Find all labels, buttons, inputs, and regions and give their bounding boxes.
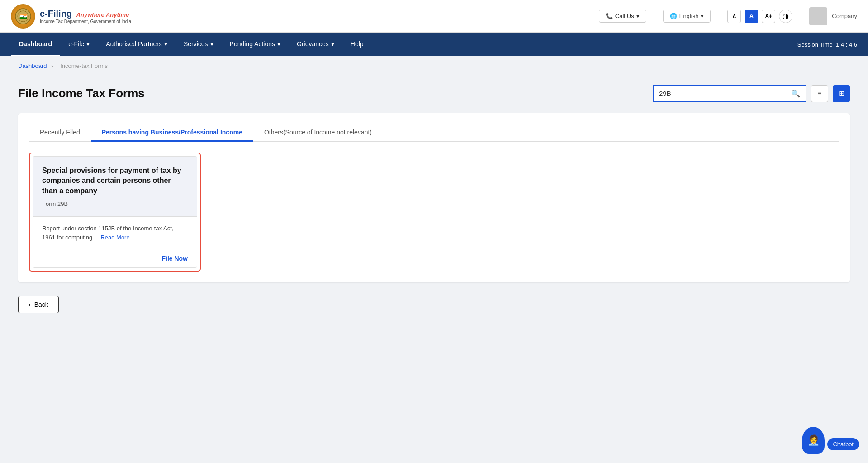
nav-help-label: Help [351, 40, 364, 48]
list-icon: ≡ [817, 90, 821, 98]
form-card-title: Special provisions for payment of tax by… [42, 166, 188, 196]
session-time: Session Time 1 4 : 4 6 [797, 41, 857, 48]
file-now-button[interactable]: File Now [161, 255, 188, 262]
font-large-button[interactable]: A+ [762, 10, 775, 23]
language-label: English [679, 13, 699, 19]
page-header: File Income Tax Forms 🔍 ≡ ⊞ [18, 85, 850, 102]
font-small-button[interactable]: A [727, 10, 741, 23]
nav-services[interactable]: Services ▾ [175, 33, 222, 56]
card-container: Recently Filed Persons having Business/P… [18, 113, 850, 282]
tab-others[interactable]: Others(Source of Income not relevant) [253, 124, 383, 142]
logo-title: e-Filing Anywhere Anytime [40, 9, 131, 19]
nav-efile-label: e-File [68, 40, 84, 48]
breadcrumb-dashboard[interactable]: Dashboard [18, 62, 47, 69]
call-us-label: Call Us [615, 13, 634, 19]
phone-icon: 📞 [606, 13, 613, 19]
nav-services-label: Services [184, 40, 208, 48]
page-title: File Income Tax Forms [18, 86, 145, 100]
call-us-button[interactable]: 📞 Call Us ▾ [599, 10, 646, 23]
search-box: 🔍 [653, 85, 806, 102]
user-avatar [809, 7, 827, 25]
font-normal-button[interactable]: A [745, 10, 758, 23]
svg-text:🇮🇳: 🇮🇳 [19, 13, 28, 20]
main-content: File Income Tax Forms 🔍 ≡ ⊞ Recently Fil… [0, 76, 868, 331]
nav-grievances-label: Grievances [297, 40, 329, 48]
grid-icon: ⊞ [839, 89, 844, 98]
tab-recently-filed[interactable]: Recently Filed [29, 124, 91, 142]
chevron-pending-icon: ▾ [277, 40, 280, 48]
nav-pending-actions[interactable]: Pending Actions ▾ [222, 33, 289, 56]
nav-dashboard-label: Dashboard [19, 40, 52, 48]
form-card-wrapper: Special provisions for payment of tax by… [29, 153, 201, 272]
nav-dashboard[interactable]: Dashboard [11, 33, 60, 56]
chevron-auth-icon: ▾ [164, 40, 167, 48]
tabs: Recently Filed Persons having Business/P… [29, 124, 839, 142]
form-card-subtitle: Form 29B [42, 200, 188, 207]
nav-help[interactable]: Help [342, 33, 372, 56]
tab-business-income[interactable]: Persons having Business/Professional Inc… [91, 124, 253, 142]
session-value: 1 4 : 4 6 [836, 41, 857, 48]
logo-emblem: 🇮🇳 [11, 4, 35, 29]
back-arrow-icon: ‹ [28, 301, 31, 308]
contrast-button[interactable]: ◑ [779, 10, 792, 23]
nav-efile[interactable]: e-File ▾ [60, 33, 98, 56]
chevron-grievances-icon: ▾ [331, 40, 334, 48]
user-company-name: Company [832, 13, 857, 19]
logo-subtitle: Income Tax Department, Government of Ind… [40, 19, 131, 24]
chevron-down-icon: ▾ [636, 13, 640, 19]
top-bar: 🇮🇳 e-Filing Anywhere Anytime Income Tax … [0, 0, 868, 33]
chevron-services-icon: ▾ [210, 40, 213, 48]
forms-grid: Special provisions for payment of tax by… [29, 153, 839, 272]
read-more-link[interactable]: Read More [100, 234, 129, 241]
chevron-efile-icon: ▾ [86, 40, 90, 48]
back-area: ‹ Back [18, 296, 850, 313]
search-button[interactable]: 🔍 [786, 86, 806, 101]
divider [655, 8, 655, 24]
globe-icon: 🌐 [670, 13, 677, 19]
grid-view-button[interactable]: ⊞ [833, 85, 850, 102]
font-controls: A A A+ ◑ [727, 10, 792, 23]
logo-area: 🇮🇳 e-Filing Anywhere Anytime Income Tax … [11, 4, 131, 29]
search-input[interactable] [654, 86, 786, 101]
chevron-down-icon-lang: ▾ [701, 13, 704, 19]
breadcrumb: Dashboard › Income-tax Forms [0, 56, 868, 76]
nav-pending-label: Pending Actions [230, 40, 275, 48]
nav-authorised-partners[interactable]: Authorised Partners ▾ [98, 33, 175, 56]
divider3 [801, 8, 801, 24]
session-label: Session Time [797, 41, 833, 48]
breadcrumb-current: Income-tax Forms [60, 62, 108, 69]
top-actions: 📞 Call Us ▾ 🌐 English ▾ A A A+ ◑ Company [599, 7, 857, 25]
nav-authorised-label: Authorised Partners [106, 40, 162, 48]
search-icon: 🔍 [791, 90, 800, 97]
breadcrumb-separator: › [51, 62, 55, 69]
user-area: Company [809, 7, 857, 25]
list-view-button[interactable]: ≡ [811, 85, 828, 102]
nav-grievances[interactable]: Grievances ▾ [289, 33, 342, 56]
language-button[interactable]: 🌐 English ▾ [663, 10, 711, 23]
logo-text: e-Filing Anywhere Anytime Income Tax Dep… [40, 9, 131, 24]
nav-bar: Dashboard e-File ▾ Authorised Partners ▾… [0, 33, 868, 56]
back-label: Back [34, 301, 48, 308]
search-view: 🔍 ≡ ⊞ [653, 85, 850, 102]
form-card-body: Report under section 115JB of the Income… [33, 217, 197, 249]
form-card-top: Special provisions for payment of tax by… [33, 157, 197, 216]
form-card-footer: File Now [33, 249, 197, 267]
divider2 [719, 8, 719, 24]
form-card: Special provisions for payment of tax by… [33, 156, 197, 268]
back-button[interactable]: ‹ Back [18, 296, 59, 313]
